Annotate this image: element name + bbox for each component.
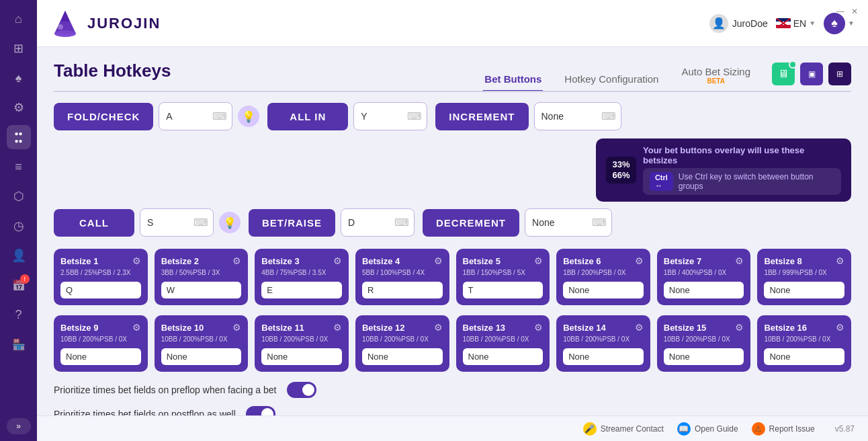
sidebar-item-gamepad[interactable]: ⬡ [7, 184, 31, 208]
betsize-key-input-3[interactable] [261, 282, 342, 298]
language-selector[interactable]: EN ▼ [776, 18, 816, 29]
tab-hotkey-config[interactable]: Hotkey Configuration [563, 68, 660, 92]
call-button[interactable]: CALL [54, 209, 134, 237]
sidebar-item-profile[interactable]: 👤 [7, 243, 31, 268]
gear-icon-13[interactable]: ⚙ [534, 322, 543, 333]
decrement-button[interactable]: DECREMENT [423, 209, 519, 237]
tab-auto-bet-sizing[interactable]: Auto Bet Sizing BETA [680, 61, 752, 92]
betsize-desc-7: 1BB / 400%PSB / 0X [664, 269, 744, 276]
betsize-card-8: Betsize 8 ⚙ 1BB / 999%PSB / 0X [757, 249, 851, 305]
info-title: Your bet buttons overlay will use these … [643, 145, 841, 165]
betsize-card-5: Betsize 5 ⚙ 1BB / 150%PSB / 5X [456, 249, 550, 305]
controller2-icon-button[interactable]: ⊞ [828, 63, 851, 85]
logo-area: JUROJIN [50, 8, 161, 38]
version-label: v5.87 [835, 424, 855, 434]
betsize-key-input-8[interactable] [764, 282, 844, 298]
gear-icon-8[interactable]: ⚙ [836, 255, 844, 266]
gear-icon-4[interactable]: ⚙ [434, 255, 443, 266]
betsize-name-7: Betsize 7 [664, 256, 701, 266]
betsize-desc-3: 4BB / 75%PSB / 3.5X [261, 269, 342, 276]
betsize-card-header-12: Betsize 12 ⚙ [362, 322, 443, 333]
call-input[interactable] [140, 208, 214, 237]
increment-input[interactable] [534, 102, 621, 130]
betsize-key-input-10[interactable] [161, 348, 242, 365]
bet-raise-input[interactable] [341, 208, 415, 237]
betsize-key-input-5[interactable] [463, 282, 544, 298]
sidebar-item-active[interactable]: ●●●● [7, 125, 31, 149]
postflop-toggle-switch[interactable] [246, 406, 275, 415]
call-light-button[interactable]: 💡 [219, 212, 241, 233]
sidebar-expand-button[interactable]: » [7, 418, 31, 434]
betsize-key-input-6[interactable] [563, 282, 644, 298]
sidebar-item-calendar[interactable]: 📅 ! [7, 273, 31, 297]
gear-icon-5[interactable]: ⚙ [534, 255, 543, 266]
gear-icon-10[interactable]: ⚙ [232, 322, 241, 333]
betsize-key-input-16[interactable] [764, 348, 844, 365]
bet-raise-button[interactable]: BET/RAISE [249, 209, 335, 237]
betsize-key-input-15[interactable] [664, 348, 744, 365]
fold-check-input[interactable] [159, 102, 232, 130]
sidebar-item-dashboard[interactable]: ⊞ [7, 36, 31, 61]
tab-bet-buttons[interactable]: Bet Buttons [483, 68, 543, 92]
all-in-button[interactable]: ALL IN [267, 103, 348, 130]
betsize-key-input-14[interactable] [563, 348, 644, 365]
postflop-toggle-row: Prioritize times bet fields on postflop … [54, 406, 851, 415]
betsize-key-input-9[interactable] [60, 348, 141, 365]
betsize-card-3: Betsize 3 ⚙ 4BB / 75%PSB / 3.5X [255, 249, 349, 305]
increment-group: INCREMENT ⌨ [435, 102, 621, 130]
betsize-card-6: Betsize 6 ⚙ 1BB / 200%PSB / 0X [556, 249, 650, 305]
streamer-contact-link[interactable]: 🎤 Streamer Contact [583, 422, 664, 436]
fold-check-button[interactable]: FOLD/CHECK [54, 103, 153, 130]
monitor-icon-button[interactable]: 🖥 [772, 63, 795, 85]
betsize-card-11: Betsize 11 ⚙ 10BB / 200%PSB / 0X [255, 315, 349, 372]
open-guide-link[interactable]: 📖 Open Guide [677, 422, 738, 436]
sidebar-item-home[interactable]: ⌂ [7, 7, 31, 31]
ctrl-info-row: Ctrl↔ Use Ctrl key to switch between but… [643, 168, 841, 195]
gear-icon-2[interactable]: ⚙ [232, 255, 241, 266]
betsize-key-input-2[interactable] [161, 282, 242, 298]
betsize-card-header-13: Betsize 13 ⚙ [463, 322, 544, 333]
report-issue-link[interactable]: ⚠ Report Issue [752, 422, 815, 436]
call-group: CALL ⌨ 💡 [54, 208, 241, 237]
controller-icon-button[interactable]: ▣ [800, 63, 823, 85]
logo-icon [50, 8, 81, 38]
betsize-name-14: Betsize 14 [563, 323, 606, 333]
betsize-key-input-1[interactable] [60, 282, 141, 298]
betsize-key-input-13[interactable] [463, 348, 544, 365]
decrement-input[interactable] [525, 208, 612, 237]
gear-icon-1[interactable]: ⚙ [132, 255, 141, 266]
gear-icon-7[interactable]: ⚙ [735, 255, 744, 266]
action-row-2: CALL ⌨ 💡 BET/RAISE ⌨ DECREMENT [54, 208, 851, 237]
sidebar-item-settings[interactable]: ⚙ [7, 95, 31, 120]
minimize-button[interactable]: — [836, 7, 844, 16]
gear-icon-12[interactable]: ⚙ [434, 322, 443, 333]
betsize-key-input-12[interactable] [362, 348, 443, 365]
fold-check-light-button[interactable]: 💡 [238, 106, 259, 127]
sidebar-item-help[interactable]: ? [7, 303, 31, 327]
betsize-name-15: Betsize 15 [664, 323, 707, 333]
sidebar-item-layers[interactable]: ≡ [7, 155, 31, 179]
betsize-key-input-4[interactable] [362, 282, 443, 298]
sidebar-item-store[interactable]: 🏪 [7, 332, 31, 356]
betsize-card-header-3: Betsize 3 ⚙ [261, 255, 342, 266]
preflop-toggle-switch[interactable] [287, 382, 316, 398]
betsize-key-input-11[interactable] [261, 348, 342, 365]
sidebar-item-clock[interactable]: ◷ [7, 214, 31, 238]
betsize-desc-16: 10BB / 200%PSB / 0X [764, 335, 844, 343]
betsize-card-header-9: Betsize 9 ⚙ [60, 322, 141, 333]
gear-icon-16[interactable]: ⚙ [836, 322, 844, 333]
gear-icon-15[interactable]: ⚙ [735, 322, 744, 333]
betsize-desc-14: 10BB / 200%PSB / 0X [563, 335, 644, 343]
gear-icon-14[interactable]: ⚙ [635, 322, 644, 333]
gear-icon-3[interactable]: ⚙ [333, 255, 342, 266]
beta-label: BETA [707, 77, 724, 85]
user-section[interactable]: 👤 JuroDoe [709, 14, 768, 33]
betsize-key-input-7[interactable] [664, 282, 744, 298]
close-button[interactable]: ✕ [851, 7, 858, 16]
gear-icon-9[interactable]: ⚙ [132, 322, 141, 333]
sidebar-item-cards[interactable]: ♠ [7, 66, 31, 90]
gear-icon-6[interactable]: ⚙ [635, 255, 644, 266]
all-in-input[interactable] [353, 102, 427, 130]
increment-button[interactable]: INCREMENT [435, 103, 528, 130]
gear-icon-11[interactable]: ⚙ [333, 322, 342, 333]
